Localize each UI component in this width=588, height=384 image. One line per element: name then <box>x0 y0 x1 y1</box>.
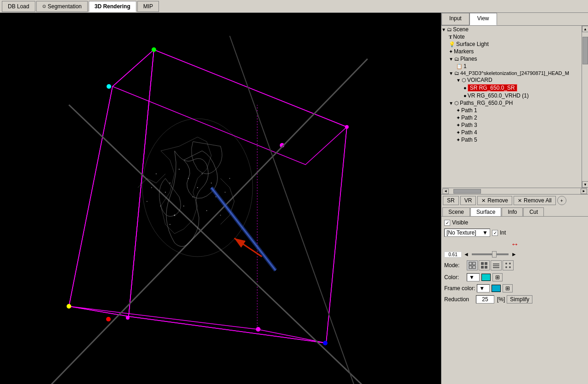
hscroll-left[interactable]: ◄ <box>442 189 449 194</box>
double-arrow-icon: ↔ <box>444 240 585 249</box>
expand-skeleton[interactable]: ▼ <box>449 71 453 76</box>
tree-item-path3[interactable]: ✦ Path 3 <box>441 121 582 129</box>
int-checkbox[interactable]: ✓ <box>492 230 498 236</box>
color-label: Color: <box>444 274 465 281</box>
scroll-down[interactable]: ▼ <box>582 181 588 188</box>
color-row: Color: ▼ ⊞ <box>444 273 585 281</box>
skeleton-icon: 🗂 <box>454 70 459 76</box>
tree-item-vr-rg[interactable]: ● VR RG_650.0_VRHD (1) <box>441 92 582 99</box>
note-icon: T <box>449 34 452 40</box>
mode-btn-3[interactable] <box>491 260 502 270</box>
remove-all-button[interactable]: ✕ Remove All <box>514 196 556 205</box>
color-picker-btn[interactable]: ⊞ <box>492 273 503 281</box>
expand-scene[interactable]: ▼ <box>441 27 446 32</box>
viewport-3d[interactable] <box>0 13 441 384</box>
slider-left-arrow[interactable]: ◄ <box>464 251 469 258</box>
tree-scrollbar[interactable]: ▲ ▼ <box>582 26 588 188</box>
tree-item-markers[interactable]: ✦ Markers <box>441 48 582 55</box>
scroll-thumb[interactable] <box>582 37 588 64</box>
frame-color-swatch[interactable] <box>492 285 501 292</box>
svg-point-9 <box>152 47 156 52</box>
vr-button[interactable]: VR <box>460 196 476 205</box>
tab-3d-rendering-label: 3D Rendering <box>95 3 130 10</box>
expand-paths[interactable]: ▼ <box>449 101 453 106</box>
svg-point-23 <box>188 178 189 179</box>
expand-planes[interactable]: ▼ <box>449 57 453 62</box>
svg-rect-48 <box>469 266 472 269</box>
visible-checkbox[interactable]: ✓ <box>444 220 450 226</box>
svg-rect-50 <box>481 262 484 265</box>
color-swatch[interactable] <box>481 274 491 281</box>
opacity-value-box[interactable]: 0.61 <box>444 252 462 258</box>
tree-item-planes[interactable]: ▼ 🗂 Planes <box>441 55 582 63</box>
tree-label-scene: Scene <box>453 26 469 33</box>
tab-3d-rendering[interactable]: 3D Rendering <box>89 1 136 12</box>
scroll-up[interactable]: ▲ <box>582 26 588 32</box>
sub-tab-scene[interactable]: Scene <box>442 207 470 216</box>
svg-point-12 <box>345 125 349 129</box>
hscroll-right[interactable]: ► <box>581 189 587 194</box>
tree-item-paths-rg[interactable]: ▼ ⬡ Paths_RG_650.0_PH <box>441 99 582 107</box>
mode-btn-4[interactable] <box>503 260 514 270</box>
svg-point-60 <box>509 266 511 268</box>
tree-item-path1[interactable]: ✦ Path 1 <box>441 107 582 114</box>
frame-color-row: Frame color: ▼ ⊞ <box>444 284 585 292</box>
tree-label-path3: Path 3 <box>461 122 477 128</box>
hscroll-track[interactable] <box>449 189 581 194</box>
simplify-label: Simplify <box>510 296 529 303</box>
tree-item-plane-1[interactable]: 📋 1 <box>441 63 582 70</box>
sub-tab-surface[interactable]: Surface <box>470 207 501 216</box>
tree-item-surface-light[interactable]: 💡 Surface Light <box>441 40 582 48</box>
tree-item-scene[interactable]: ▼ 🗂 Scene <box>441 26 582 33</box>
mode-btn-1[interactable] <box>467 260 478 270</box>
tree-item-path2[interactable]: ✦ Path 2 <box>441 114 582 121</box>
color-dropdown[interactable]: ▼ <box>467 273 480 281</box>
hscroll-thumb[interactable] <box>453 189 481 194</box>
texture-dropdown[interactable]: [No Texture] ▼ <box>444 229 490 237</box>
svg-point-35 <box>206 210 207 211</box>
tab-segmentation[interactable]: ⊙ Segmentation <box>36 1 88 12</box>
mode-row: Mode: <box>444 260 585 270</box>
sub-tab-info[interactable]: Info <box>502 207 523 216</box>
tree-label-paths-rg: Paths_RG_650.0_PH <box>460 100 513 106</box>
tree-item-note[interactable]: T Note <box>441 33 582 40</box>
mode-btn-2[interactable] <box>479 260 490 270</box>
tab-view[interactable]: View <box>469 13 497 25</box>
add-button[interactable]: + <box>557 196 566 205</box>
tree-item-path4[interactable]: ✦ Path 4 <box>441 129 582 136</box>
visible-label: Visible <box>452 219 468 226</box>
right-panel: Input View ▼ 🗂 Scene T Note <box>441 13 588 384</box>
svg-point-13 <box>67 304 71 309</box>
expand-voicard[interactable]: ▼ <box>456 78 461 83</box>
tab-mip[interactable]: MIP <box>137 1 159 12</box>
color-dropdown-arrow: ▼ <box>469 274 475 281</box>
svg-point-39 <box>156 173 157 174</box>
opacity-slider-thumb[interactable] <box>492 251 497 258</box>
tree-item-sr-rg[interactable]: ● SR RG_650.0_SR <box>441 84 582 92</box>
sub-tab-cut[interactable]: Cut <box>523 207 544 216</box>
tab-view-label: View <box>477 15 489 22</box>
remove-button[interactable]: ✕ Remove <box>477 196 512 205</box>
tree-item-skeletonization[interactable]: ▼ 🗂 44_P3D3^skeletonization_[24790871]_H… <box>441 70 582 76</box>
slider-right-arrow[interactable]: ► <box>511 251 517 258</box>
tree-item-voicard[interactable]: ▼ ⬡ VOICARD <box>441 76 582 84</box>
frame-color-picker-btn[interactable]: ⊞ <box>503 284 513 292</box>
simplify-button[interactable]: Simplify <box>507 295 532 304</box>
sr-button[interactable]: SR <box>443 196 459 205</box>
svg-rect-47 <box>473 262 475 265</box>
segmentation-icon: ⊙ <box>42 4 46 9</box>
tree-view[interactable]: ▼ 🗂 Scene T Note 💡 Surface Light <box>441 26 588 188</box>
sub-tab-cut-label: Cut <box>529 209 538 215</box>
frame-color-dropdown[interactable]: ▼ <box>477 284 490 292</box>
remove-x-icon: ✕ <box>481 198 486 204</box>
tab-input[interactable]: Input <box>441 13 469 25</box>
reduction-value: 25 <box>482 296 488 303</box>
tab-db-load-label: DB Load <box>8 3 29 10</box>
reduction-value-box[interactable]: 25 <box>476 295 494 304</box>
tree-item-path5[interactable]: ✦ Path 5 <box>441 136 582 143</box>
tab-db-load[interactable]: DB Load <box>2 1 35 12</box>
tree-h-scrollbar[interactable]: ◄ ► <box>442 188 587 194</box>
scroll-track[interactable] <box>582 32 588 181</box>
svg-rect-56 <box>493 267 499 268</box>
opacity-slider-track[interactable] <box>472 253 509 255</box>
